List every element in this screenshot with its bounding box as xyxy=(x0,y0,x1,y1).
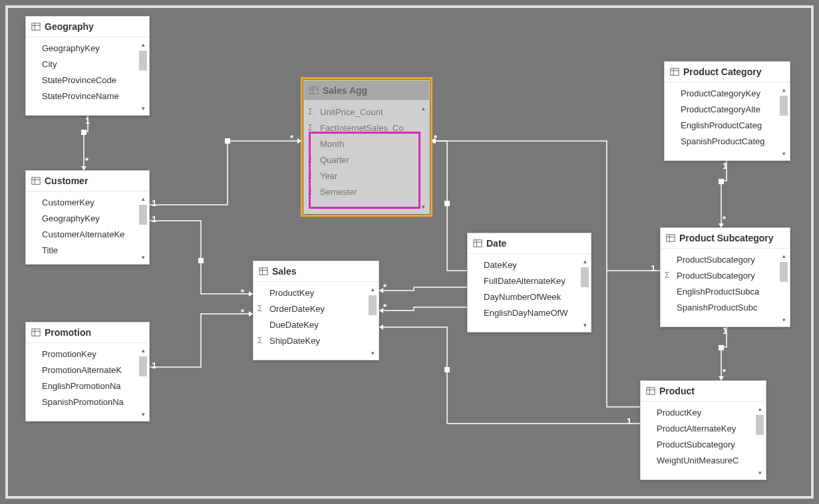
table-header[interactable]: Geography xyxy=(26,17,149,37)
scrollbar[interactable]: ▴▾ xyxy=(580,257,589,330)
field[interactable]: ProductSubcategory xyxy=(661,251,790,267)
table-header[interactable]: Promotion xyxy=(26,322,149,343)
table-promotion[interactable]: Promotion PromotionKey PromotionAlternat… xyxy=(25,322,150,422)
scrollbar[interactable]: ▴▾ xyxy=(779,251,788,324)
field[interactable]: SpanishPromotionNa xyxy=(26,394,149,410)
scroll-up-icon[interactable]: ▴ xyxy=(138,40,148,49)
scroll-down-icon[interactable]: ▾ xyxy=(779,315,788,324)
table-customer[interactable]: Customer CustomerKey GeographyKey Custom… xyxy=(25,170,150,265)
field-label: Month xyxy=(320,139,344,149)
scroll-down-icon[interactable]: ▾ xyxy=(580,320,589,330)
field[interactable]: ΣYear xyxy=(304,168,429,184)
scroll-up-icon[interactable]: ▴ xyxy=(580,257,589,266)
field[interactable]: FullDateAlternateKey xyxy=(468,273,591,289)
table-geography[interactable]: Geography GeographyKey City StateProvinc… xyxy=(25,16,150,116)
table-product-category[interactable]: Product Category ProductCategoryKey Prod… xyxy=(664,61,790,161)
field[interactable]: CustomerAlternateKe xyxy=(26,226,149,242)
scroll-down-icon[interactable]: ▾ xyxy=(418,202,428,211)
scrollbar[interactable]: ▴▾ xyxy=(138,194,148,262)
field[interactable]: SpanishProductSubc xyxy=(661,299,790,315)
field[interactable]: Month xyxy=(304,136,429,152)
field[interactable]: EnglishProductSubca xyxy=(661,283,790,299)
field[interactable]: ΣOrderDateKey xyxy=(253,301,379,316)
field[interactable]: SpanishProductCateg xyxy=(665,133,790,149)
scroll-thumb[interactable] xyxy=(139,205,147,225)
field[interactable]: DueDateKey xyxy=(253,316,379,332)
field[interactable]: ProductKey xyxy=(641,404,766,420)
table-date[interactable]: Date DateKey FullDateAlternateKey DayNum… xyxy=(467,233,591,332)
scroll-up-icon[interactable]: ▴ xyxy=(418,104,428,113)
field[interactable]: ProductCategoryKey xyxy=(665,85,790,101)
scroll-up-icon[interactable]: ▴ xyxy=(779,85,788,94)
scroll-down-icon[interactable]: ▾ xyxy=(138,410,148,419)
field-label: ProductKey xyxy=(269,288,314,298)
scroll-down-icon[interactable]: ▾ xyxy=(368,348,377,358)
table-header[interactable]: Product xyxy=(641,381,766,402)
scroll-thumb[interactable] xyxy=(780,96,788,116)
scrollbar[interactable]: ▴▾ xyxy=(138,40,148,113)
field[interactable]: GeographyKey xyxy=(26,210,149,226)
table-header[interactable]: Customer xyxy=(26,171,149,191)
field[interactable]: PromotionAlternateK xyxy=(26,362,149,378)
field[interactable]: EnglishProductCateg xyxy=(665,117,790,133)
table-header[interactable]: Sales xyxy=(253,261,379,282)
field[interactable]: GeographyKey xyxy=(26,40,149,56)
scroll-thumb[interactable] xyxy=(581,267,589,287)
field[interactable]: City xyxy=(26,56,149,72)
field[interactable]: WeightUnitMeasureC xyxy=(641,452,766,468)
scroll-thumb[interactable] xyxy=(780,262,788,282)
field[interactable]: ProductSubcategory xyxy=(641,436,766,452)
field[interactable]: DateKey xyxy=(468,257,591,273)
field[interactable]: EnglishPromotionNa xyxy=(26,378,149,394)
field-label: FactInternetSales_Co xyxy=(320,123,404,133)
scrollbar[interactable]: ▴▾ xyxy=(138,346,148,419)
scrollbar[interactable]: ▴▾ xyxy=(418,104,428,211)
field[interactable]: ΣUnitPrice_Count xyxy=(304,104,429,120)
field[interactable]: ProductKey xyxy=(253,285,379,301)
field[interactable]: DayNumberOfWeek xyxy=(468,289,591,305)
scroll-down-icon[interactable]: ▾ xyxy=(779,149,788,158)
field[interactable]: CustomerKey xyxy=(26,194,149,210)
field[interactable]: StateProvinceCode xyxy=(26,72,149,88)
field[interactable]: Title xyxy=(26,242,149,258)
scroll-down-icon[interactable]: ▾ xyxy=(138,253,148,262)
table-sales-agg[interactable]: Sales Agg ΣUnitPrice_Count ΣFactInternet… xyxy=(303,80,430,214)
table-header[interactable]: Sales Agg xyxy=(304,80,429,101)
scroll-thumb[interactable] xyxy=(756,415,764,435)
field[interactable]: ΣFactInternetSales_Co xyxy=(304,120,429,136)
table-sales[interactable]: Sales ProductKey ΣOrderDateKey DueDateKe… xyxy=(253,261,379,360)
scroll-thumb[interactable] xyxy=(369,295,377,315)
scroll-up-icon[interactable]: ▴ xyxy=(755,404,764,414)
scroll-up-icon[interactable]: ▴ xyxy=(138,346,148,355)
field[interactable]: ΣSemester xyxy=(304,184,429,199)
cardinality-many: * xyxy=(85,156,88,166)
field[interactable]: ProductAlternateKey xyxy=(641,420,766,436)
scroll-down-icon[interactable]: ▾ xyxy=(138,104,148,113)
field[interactable]: ΣShipDateKey xyxy=(253,332,379,348)
table-product[interactable]: Product ProductKey ProductAlternateKey P… xyxy=(640,380,766,480)
scrollbar[interactable]: ▴▾ xyxy=(779,85,788,158)
field[interactable]: PromotionKey xyxy=(26,346,149,362)
scroll-up-icon[interactable]: ▴ xyxy=(138,194,148,203)
table-title: Sales xyxy=(272,266,297,277)
scroll-up-icon[interactable]: ▴ xyxy=(779,251,788,261)
model-canvas[interactable]: 1 * 1 1 * * * 1 * * * 1 1 1 * 1 * Geogra… xyxy=(5,5,814,499)
field[interactable]: ΣQuarter xyxy=(304,152,429,168)
scroll-thumb[interactable] xyxy=(139,356,147,376)
scroll-up-icon[interactable]: ▴ xyxy=(368,285,377,294)
field[interactable]: ΣProductSubcategory xyxy=(661,267,790,283)
table-header[interactable]: Product Category xyxy=(665,62,790,82)
table-product-subcategory[interactable]: Product Subcategory ProductSubcategory Σ… xyxy=(660,227,790,327)
scrollbar[interactable]: ▴▾ xyxy=(368,285,377,358)
field[interactable]: ProductCategoryAlte xyxy=(665,101,790,117)
table-icon xyxy=(31,328,41,337)
table-header[interactable]: Product Subcategory xyxy=(661,228,790,249)
field[interactable]: EnglishDayNameOfW xyxy=(468,305,591,320)
field[interactable]: StateProvinceName xyxy=(26,88,149,104)
table-header[interactable]: Date xyxy=(468,233,591,254)
scroll-thumb[interactable] xyxy=(139,51,147,70)
svg-rect-2 xyxy=(225,138,230,144)
scroll-down-icon[interactable]: ▾ xyxy=(755,468,764,477)
svg-rect-13 xyxy=(719,345,724,350)
scrollbar[interactable]: ▴▾ xyxy=(755,404,764,477)
